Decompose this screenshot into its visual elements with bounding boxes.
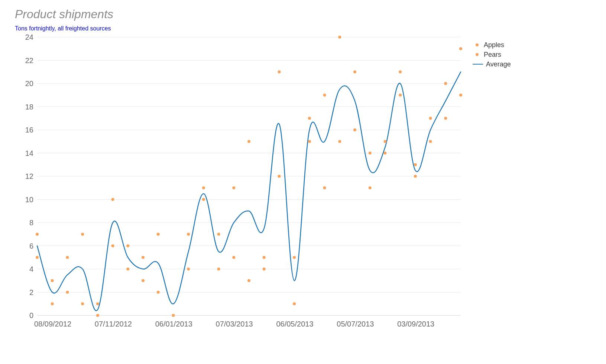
data-point-apples[interactable]: [278, 175, 281, 178]
data-point-pears[interactable]: [429, 117, 432, 120]
data-point-pears[interactable]: [66, 256, 69, 259]
line-swatch-icon: [473, 64, 483, 65]
data-point-apples[interactable]: [217, 268, 220, 270]
data-point-apples[interactable]: [81, 233, 84, 236]
data-point-pears[interactable]: [444, 117, 447, 120]
data-point-apples[interactable]: [459, 94, 462, 96]
y-tick-label: 24: [25, 33, 33, 41]
data-point-pears[interactable]: [414, 175, 417, 178]
y-tick-label: 0: [29, 311, 33, 319]
data-point-pears[interactable]: [36, 233, 39, 236]
x-tick-label: 07/11/2012: [95, 320, 132, 328]
legend-label: Apples: [484, 41, 504, 49]
chart-container: Product shipments Tons fortnightly, all …: [0, 0, 606, 364]
plot-area[interactable]: 02468101214161820222408/09/201207/11/201…: [15, 33, 464, 334]
y-tick-label: 12: [25, 172, 33, 180]
y-tick-label: 2: [29, 288, 33, 296]
data-point-pears[interactable]: [293, 256, 296, 259]
data-point-apples[interactable]: [66, 291, 69, 294]
x-tick-label: 05/07/2013: [337, 320, 374, 328]
y-tick-label: 18: [25, 103, 33, 111]
data-point-pears[interactable]: [369, 152, 372, 155]
legend-item-pears[interactable]: Pears: [472, 50, 511, 59]
x-tick-label: 08/09/2012: [34, 320, 71, 328]
data-point-pears[interactable]: [308, 117, 311, 120]
data-point-apples[interactable]: [202, 198, 205, 201]
data-point-pears[interactable]: [142, 279, 145, 282]
data-point-apples[interactable]: [36, 256, 39, 259]
data-point-pears[interactable]: [459, 47, 462, 50]
data-point-pears[interactable]: [399, 94, 402, 96]
data-point-apples[interactable]: [429, 140, 432, 143]
x-tick-label: 03/09/2013: [397, 320, 434, 328]
y-tick-label: 8: [29, 219, 33, 227]
x-tick-label: 06/05/2013: [276, 320, 313, 328]
data-point-pears[interactable]: [96, 302, 99, 305]
data-point-apples[interactable]: [293, 302, 296, 305]
data-point-apples[interactable]: [96, 314, 99, 317]
data-point-apples[interactable]: [157, 291, 160, 294]
data-point-apples[interactable]: [172, 314, 175, 317]
y-tick-label: 14: [25, 149, 33, 157]
data-point-apples[interactable]: [369, 186, 372, 189]
legend-label: Pears: [484, 51, 501, 59]
data-point-apples[interactable]: [323, 94, 326, 96]
y-tick-label: 22: [25, 56, 33, 65]
data-point-pears[interactable]: [51, 302, 54, 305]
data-point-apples[interactable]: [414, 163, 417, 166]
data-point-apples[interactable]: [353, 128, 356, 131]
data-point-apples[interactable]: [263, 256, 266, 259]
data-point-pears[interactable]: [126, 245, 129, 247]
chart-title: Product shipments: [15, 7, 113, 21]
data-point-apples[interactable]: [338, 140, 341, 143]
data-point-pears[interactable]: [338, 36, 341, 39]
chart-subtitle: Tons fortnightly, all freighted sources: [15, 25, 111, 32]
y-tick-label: 4: [29, 265, 33, 273]
data-point-pears[interactable]: [263, 268, 266, 270]
data-point-apples[interactable]: [444, 82, 447, 85]
series-average-line[interactable]: [37, 72, 461, 311]
y-tick-label: 16: [25, 126, 33, 134]
dot-swatch-icon: [476, 53, 479, 56]
data-point-apples[interactable]: [187, 233, 190, 236]
data-point-pears[interactable]: [157, 233, 160, 236]
dot-swatch-icon: [476, 43, 479, 46]
data-point-pears[interactable]: [323, 186, 326, 189]
y-tick-label: 20: [25, 79, 33, 88]
data-point-pears[interactable]: [247, 140, 250, 143]
data-point-pears[interactable]: [353, 70, 356, 73]
data-point-apples[interactable]: [142, 256, 145, 259]
data-point-apples[interactable]: [247, 279, 250, 282]
legend-item-average[interactable]: Average: [472, 59, 511, 69]
data-point-apples[interactable]: [126, 268, 129, 270]
x-tick-label: 06/01/2013: [155, 320, 192, 328]
data-point-pears[interactable]: [187, 268, 190, 270]
legend: ApplesPearsAverage: [472, 40, 511, 69]
data-point-pears[interactable]: [202, 186, 205, 189]
data-point-apples[interactable]: [399, 70, 402, 73]
data-point-pears[interactable]: [232, 256, 235, 259]
data-point-pears[interactable]: [278, 70, 281, 73]
y-tick-label: 6: [29, 242, 33, 250]
data-point-pears[interactable]: [217, 233, 220, 236]
y-tick-label: 10: [25, 196, 33, 204]
legend-item-apples[interactable]: Apples: [472, 40, 511, 50]
data-point-apples[interactable]: [383, 140, 386, 143]
data-point-pears[interactable]: [383, 152, 386, 155]
data-point-apples[interactable]: [232, 186, 235, 189]
data-point-apples[interactable]: [308, 140, 311, 143]
data-point-apples[interactable]: [111, 245, 114, 247]
data-point-pears[interactable]: [111, 198, 114, 201]
x-tick-label: 07/03/2013: [216, 320, 253, 328]
data-point-apples[interactable]: [51, 279, 54, 282]
legend-label: Average: [486, 60, 511, 68]
data-point-pears[interactable]: [81, 302, 84, 305]
